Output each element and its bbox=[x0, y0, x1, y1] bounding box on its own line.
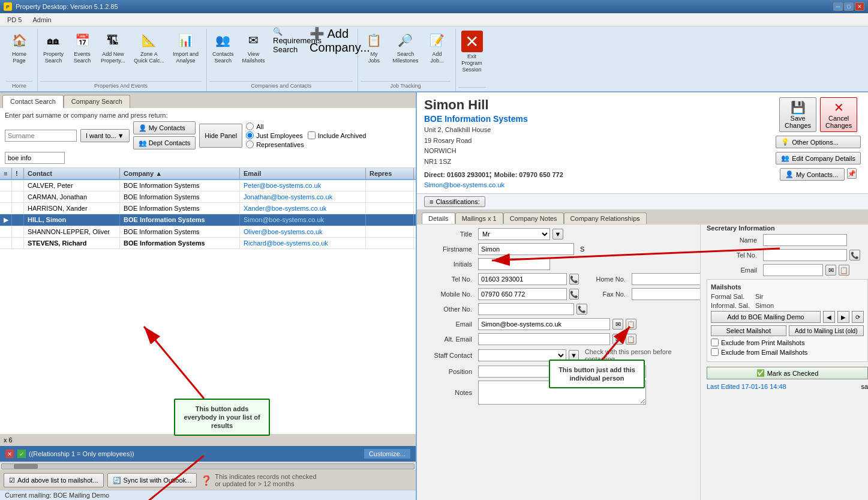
sec-email-input[interactable] bbox=[763, 264, 823, 276]
list-item[interactable]: CARMAN, Jonathan BOE Information Systems… bbox=[0, 191, 416, 203]
filter-uncheck-icon[interactable]: ✕ bbox=[5, 449, 14, 459]
tab-company-notes[interactable]: Company Notes bbox=[503, 212, 564, 224]
nav-refresh-btn[interactable]: ⟳ bbox=[852, 311, 864, 323]
add-to-mailing-demo-button[interactable]: Add to BOE Mailing Demo bbox=[711, 311, 821, 323]
sec-tel-btn[interactable]: 📞 bbox=[849, 250, 860, 261]
add-mailshot-button[interactable]: ☑ Add above list to mailshot... bbox=[4, 473, 104, 487]
col-header-contact[interactable]: Contact bbox=[24, 168, 120, 179]
email-link[interactable]: Simon@boe-systems.co.uk bbox=[244, 216, 324, 223]
minimize-button[interactable]: ─ bbox=[833, 2, 843, 11]
list-item[interactable]: STEVENS, Richard BOE Information Systems… bbox=[0, 238, 416, 249]
email-link[interactable]: Richard@boe-systems.co.uk bbox=[244, 239, 328, 247]
list-item-selected[interactable]: ▶ HILL, Simon BOE Information Systems Si… bbox=[0, 214, 416, 226]
sec-name-input[interactable] bbox=[763, 234, 847, 246]
col-header-email[interactable]: Email bbox=[240, 168, 366, 179]
maximize-button[interactable]: □ bbox=[844, 2, 854, 11]
ribbon-home-btn[interactable]: 🏠 HomePage bbox=[6, 29, 32, 80]
other-input[interactable] bbox=[478, 303, 574, 315]
email-send-btn[interactable]: ✉ bbox=[612, 319, 623, 330]
scrollbar-track[interactable] bbox=[1, 463, 415, 469]
exclude-email-checkbox[interactable] bbox=[711, 348, 719, 356]
mobile-phone-btn[interactable]: 📞 bbox=[569, 289, 579, 300]
fax-no-input[interactable] bbox=[632, 288, 700, 300]
ribbon-add-company-btn[interactable]: ➕ Add Company... bbox=[326, 29, 353, 80]
my-contacts-detail-button[interactable]: 👤 My Contacts... bbox=[780, 168, 845, 181]
tab-details[interactable]: Details bbox=[422, 212, 455, 224]
ribbon-property-search-btn[interactable]: 🏘 PropertySearch bbox=[40, 29, 67, 80]
email-link[interactable]: Jonathan@boe-systems.co.uk bbox=[244, 193, 332, 200]
radio-employees[interactable] bbox=[246, 131, 254, 139]
alt-email-send-btn[interactable]: ✉ bbox=[612, 334, 623, 345]
ribbon-zone-calc-btn[interactable]: 📐 Zone AQuick Calc... bbox=[131, 29, 167, 80]
menu-admin[interactable]: Admin bbox=[28, 15, 56, 25]
select-mailshot-button[interactable]: Select Mailshot bbox=[711, 325, 786, 336]
title-dropdown-btn[interactable]: ▼ bbox=[552, 229, 563, 239]
home-no-input[interactable] bbox=[632, 273, 700, 285]
nav-next-btn[interactable]: ▶ bbox=[837, 311, 849, 323]
filter-check-icon[interactable]: ✓ bbox=[17, 449, 26, 459]
tab-mailings[interactable]: Mailings x 1 bbox=[455, 212, 503, 224]
tab-company-relationships[interactable]: Company Relationships bbox=[564, 212, 647, 224]
other-options-button[interactable]: 💡 Other Options... bbox=[776, 136, 861, 148]
tab-company-search[interactable]: Company Search bbox=[64, 95, 130, 108]
alt-email-extra-btn[interactable]: 📋 bbox=[626, 334, 636, 345]
contacts-extra-button[interactable]: 📌 bbox=[847, 168, 857, 179]
contact-email-link[interactable]: Simon@boe-systems.co.uk bbox=[424, 181, 504, 188]
customize-button[interactable]: Customize... bbox=[364, 448, 411, 459]
surname-input[interactable] bbox=[5, 130, 77, 142]
radio-all[interactable] bbox=[246, 122, 254, 130]
radio-reps[interactable] bbox=[246, 140, 254, 148]
add-to-mailing-list-button[interactable]: Add to Mailing List (old) bbox=[789, 325, 864, 336]
ribbon-view-mailshots-btn[interactable]: ✉ ViewMailshots bbox=[239, 29, 268, 80]
sec-email-send-btn[interactable]: ✉ bbox=[825, 265, 836, 276]
alt-email-input[interactable] bbox=[478, 333, 610, 345]
ribbon-add-job-btn[interactable]: 📝 AddJob... bbox=[424, 29, 450, 80]
i-want-to-button[interactable]: I want to... ▼ bbox=[80, 129, 130, 142]
save-changes-button[interactable]: 💾 SaveChanges bbox=[779, 97, 816, 132]
my-contacts-button[interactable]: 👤 My Contacts bbox=[133, 121, 196, 134]
tel-phone-btn[interactable]: 📞 bbox=[569, 274, 579, 285]
include-archived-checkbox[interactable] bbox=[308, 131, 316, 139]
list-item[interactable]: SHANNON-LEPPER, Oliver BOE Information S… bbox=[0, 226, 416, 238]
email-extra-btn[interactable]: 📋 bbox=[626, 319, 636, 330]
sec-email-extra-btn[interactable]: 📋 bbox=[839, 265, 849, 276]
menu-pd5[interactable]: PD 5 bbox=[2, 15, 26, 25]
col-header-flag[interactable]: ≡ bbox=[0, 168, 12, 179]
other-phone-btn[interactable]: 📞 bbox=[576, 304, 587, 315]
exclude-print-checkbox[interactable] bbox=[711, 339, 719, 346]
email-link[interactable]: Oliver@boe-systems.co.uk bbox=[244, 228, 323, 235]
sync-outlook-button[interactable]: 🔄 Sync list with Outlook... bbox=[107, 473, 197, 487]
ribbon-events-search-btn[interactable]: 📅 EventsSearch bbox=[69, 29, 95, 80]
edit-company-button[interactable]: 👥 Edit Company Details bbox=[776, 152, 861, 164]
col-header-rep[interactable]: Repres bbox=[366, 168, 414, 179]
classifications-button[interactable]: ≡ Classifications: bbox=[424, 196, 485, 207]
col-header-company[interactable]: Company ▲ bbox=[120, 168, 240, 179]
firstname-input[interactable] bbox=[478, 243, 574, 255]
close-button[interactable]: ✕ bbox=[855, 2, 864, 11]
list-item[interactable]: HARRISON, Xander BOE Information Systems… bbox=[0, 203, 416, 214]
contact-company[interactable]: BOE Information Systems bbox=[424, 114, 776, 124]
dept-contacts-button[interactable]: 👥 Dept Contacts bbox=[133, 136, 196, 149]
company-search-input[interactable] bbox=[5, 152, 65, 164]
title-select[interactable]: Mr bbox=[478, 228, 550, 240]
hide-panel-button[interactable]: Hide Panel bbox=[199, 124, 242, 148]
ribbon-contacts-search-btn[interactable]: 👥 ContactsSearch bbox=[209, 29, 237, 80]
ribbon-search-milestones-btn[interactable]: 🔎 SearchMilestones bbox=[389, 29, 421, 80]
mark-checked-button[interactable]: ✅ Mark as Checked bbox=[707, 367, 868, 379]
nav-prev-btn[interactable]: ◀ bbox=[823, 311, 835, 323]
col-header-bang[interactable]: ! bbox=[12, 168, 24, 179]
email-link[interactable]: Xander@boe-systems.co.uk bbox=[244, 205, 326, 212]
tel-input[interactable] bbox=[478, 273, 567, 285]
sec-tel-input[interactable] bbox=[763, 249, 847, 261]
mobile-input[interactable] bbox=[478, 288, 567, 300]
list-item[interactable]: CALVER, Peter BOE Information Systems Pe… bbox=[0, 180, 416, 191]
ribbon-exit-btn[interactable]: ✕ ExitProgramSession bbox=[458, 29, 486, 86]
ribbon-import-analyse-btn[interactable]: 📊 Import andAnalyse bbox=[170, 29, 202, 80]
scrollbar-thumb[interactable] bbox=[14, 464, 38, 469]
cancel-changes-button[interactable]: ✕ CancelChanges bbox=[820, 97, 857, 132]
ribbon-add-new-property-btn[interactable]: 🏗 Add NewProperty... bbox=[98, 29, 128, 80]
ribbon-my-jobs-btn[interactable]: 📋 MyJobs bbox=[361, 29, 387, 80]
email-link[interactable]: Peter@boe-systems.co.uk bbox=[244, 182, 321, 189]
initials-input[interactable] bbox=[478, 258, 550, 270]
email-input[interactable] bbox=[478, 318, 610, 330]
